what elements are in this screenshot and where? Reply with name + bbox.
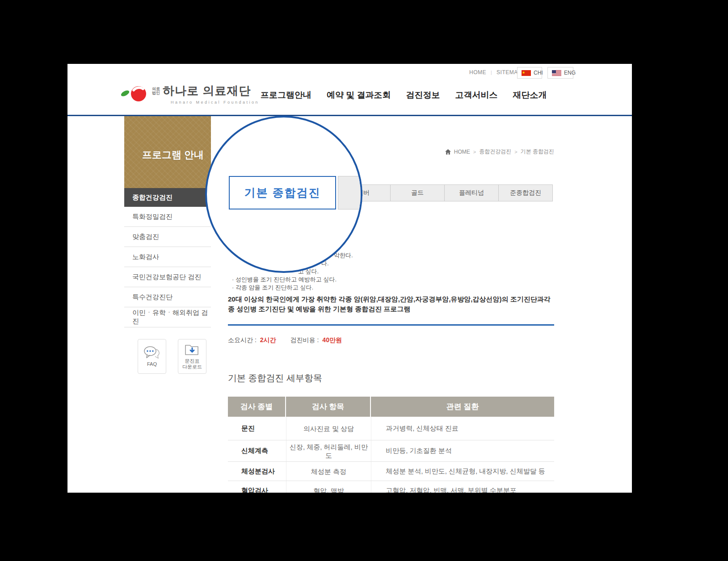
magnifier-circle-overlay: 기본 종합검진 (205, 116, 362, 273)
sidebar-title: 프로그램 안내 (142, 143, 211, 162)
table-row: 체성분검사 체성분 측정 체성분 분석, 비만도, 신체균형, 내장지방, 신체… (228, 462, 554, 481)
nav-item-customer-service[interactable]: 고객서비스 (455, 89, 498, 101)
blue-divider (228, 324, 554, 326)
column-header-test-items: 검사 항목 (286, 397, 371, 417)
checkup-meta: 소요시간 : 2시간 검진비용 : 40만원 (228, 336, 342, 344)
breadcrumb-current-page: 기본 종합검진 (521, 148, 554, 155)
cell-related-diseases: 비만등, 기초질환 분석 (371, 440, 554, 461)
sidebar-item-special-health-exam[interactable]: 특수건강진단 (124, 287, 211, 307)
table-row: 혈압검사 혈압, 맥박 고혈압, 저혈압, 빈맥, 서맥, 부위별 수분분포 (228, 481, 554, 493)
sidebar-item-immigration-checkup[interactable]: 이민ㆍ유학ㆍ해외취업 검진 (124, 307, 211, 327)
bullet-fragment-1: 악한다. (334, 251, 353, 259)
cost-label: 검진비용 : (290, 336, 319, 344)
folder-download-icon (185, 343, 200, 356)
duration-label: 소요시간 : (228, 336, 257, 344)
checkup-details-table: 검사 종별 검사 항목 관련 질환 문진 의사진료 및 상담 과거병력, 신체상… (228, 397, 554, 493)
english-label: ENG (564, 70, 576, 76)
table-row: 신체계측 신장, 체중, 허리둘레, 비만도 비만등, 기초질환 분석 (228, 440, 554, 462)
site-logo[interactable]: 의료법인 하나로 의료재단 Hanaro Medical Foundation (121, 83, 259, 105)
language-button-english[interactable]: ENG (547, 67, 573, 79)
china-flag-icon: ★ (522, 70, 531, 76)
nav-item-checkup-info[interactable]: 검진정보 (406, 89, 440, 101)
cost-value: 40만원 (322, 336, 342, 344)
logo-subtitle: Hanaro Medical Foundation (152, 100, 259, 105)
breadcrumb-home[interactable]: HOME (454, 149, 470, 155)
duration-value: 2시간 (260, 336, 276, 344)
tab-gold[interactable]: 골드 (390, 184, 445, 201)
active-tab-label: 기본 종합검진 (244, 185, 321, 200)
cell-test-items: 신장, 체중, 허리둘레, 비만도 (286, 440, 371, 461)
breadcrumb-comprehensive-checkup[interactable]: 종합건강검진 (479, 148, 511, 155)
sidebar-item-custom-checkup[interactable]: 맞춤검진 (124, 227, 211, 247)
chinese-label: CHI (534, 70, 543, 76)
nav-item-about[interactable]: 재단소개 (513, 89, 547, 101)
tab-basic-comprehensive-active[interactable]: 기본 종합검진 (229, 176, 336, 209)
chat-bubble-icon (143, 346, 160, 359)
bullet-cancer-early-diagnosis: · 각종 암을 조기 진단하고 싶다. (232, 284, 313, 291)
hanaro-apple-icon (121, 83, 148, 105)
cell-test-items: 혈압, 맥박 (286, 481, 371, 493)
home-link[interactable]: HOME (469, 69, 486, 75)
page: HOME | SITEMAP ★ CHI ENG 의료법인 하나로 의료재단 H… (67, 64, 632, 493)
magnified-adjacent-tab-edge (338, 176, 362, 209)
breadcrumb-separator: > (514, 149, 517, 155)
sidebar-title-panel: 프로그램 안내 (124, 116, 211, 188)
table-row: 문진 의사진료 및 상담 과거병력, 신체상태 진료 (228, 417, 554, 440)
cell-related-diseases: 고혈압, 저혈압, 빈맥, 서맥, 부위별 수분분포 (371, 481, 554, 493)
utility-bar: HOME | SITEMAP (469, 69, 522, 75)
cell-test-type: 혈압검사 (228, 481, 286, 493)
cell-test-type: 신체계측 (228, 440, 286, 461)
tab-semi-comprehensive[interactable]: 준종합검진 (498, 184, 553, 201)
nav-item-reservation[interactable]: 예약 및 결과조회 (327, 89, 391, 101)
sidebar-item-specialized-checkup[interactable]: 특화정밀검진 (124, 207, 211, 227)
breadcrumb-separator: > (473, 149, 476, 155)
usa-flag-icon (552, 70, 561, 76)
breadcrumb: HOME > 종합건강검진 > 기본 종합검진 (445, 148, 554, 155)
sidebar-item-aging-test[interactable]: 노화검사 (124, 247, 211, 267)
cell-test-type: 체성분검사 (228, 462, 286, 481)
cell-related-diseases: 과거병력, 신체상태 진료 (371, 417, 554, 440)
logo-text-block: 의료법인 하나로 의료재단 Hanaro Medical Foundation (152, 83, 259, 105)
faq-label: FAQ (147, 361, 157, 367)
home-icon (445, 149, 451, 155)
program-tabs: 실버 골드 플레티넘 준종합검진 (337, 184, 553, 201)
utility-divider: | (491, 70, 492, 75)
questionnaire-download-button[interactable]: 문진표 다운로드 (178, 339, 206, 374)
cell-test-items: 의사진료 및 상담 (286, 417, 371, 440)
cell-related-diseases: 체성분 분석, 비만도, 신체균형, 내장지방, 신체발달 등 (371, 462, 554, 481)
logo-title: 하나로 의료재단 (163, 83, 251, 99)
screenshot-canvas: { "topbar": {"home": "HOME", "divider": … (0, 0, 728, 561)
tab-platinum[interactable]: 플레티넘 (444, 184, 499, 201)
details-section-title: 기본 종합검진 세부항목 (228, 372, 322, 384)
sidebar-active-label: 종합건강검진 (132, 193, 173, 202)
nav-item-programs[interactable]: 프로그램안내 (261, 89, 311, 101)
column-header-test-type: 검사 종별 (228, 397, 286, 417)
cell-test-items: 체성분 측정 (286, 462, 371, 481)
download-label: 문진표 다운로드 (182, 358, 202, 370)
column-header-related-diseases: 관련 질환 (371, 397, 554, 417)
main-navigation: 프로그램안내 예약 및 결과조회 검진정보 고객서비스 재단소개 (261, 89, 547, 101)
sidebar-menu: 특화정밀검진 맞춤검진 노화검사 국민건강보험공단 검진 특수건강진단 이민ㆍ유… (124, 207, 211, 327)
faq-button[interactable]: FAQ (138, 339, 166, 374)
program-description: 20대 이상의 한국인에게 가장 취약한 각종 암(위암,대장암,간암,자궁경부… (228, 294, 557, 314)
sidebar-item-comprehensive-checkup[interactable]: 종합건강검진 (124, 188, 211, 207)
sidebar-item-nhis-checkup[interactable]: 국민건강보험공단 검진 (124, 267, 211, 287)
bullet-adult-disease: · 성인병을 조기 진단하고 예방하고 싶다. (232, 276, 337, 283)
language-button-chinese[interactable]: ★ CHI (517, 67, 542, 79)
cell-test-type: 문진 (228, 417, 286, 440)
logo-small-text: 의료법인 (152, 87, 160, 95)
sidebar-quick-buttons: FAQ 문진표 다운로드 (138, 339, 206, 374)
table-header-row: 검사 종별 검사 항목 관련 질환 (228, 397, 554, 417)
